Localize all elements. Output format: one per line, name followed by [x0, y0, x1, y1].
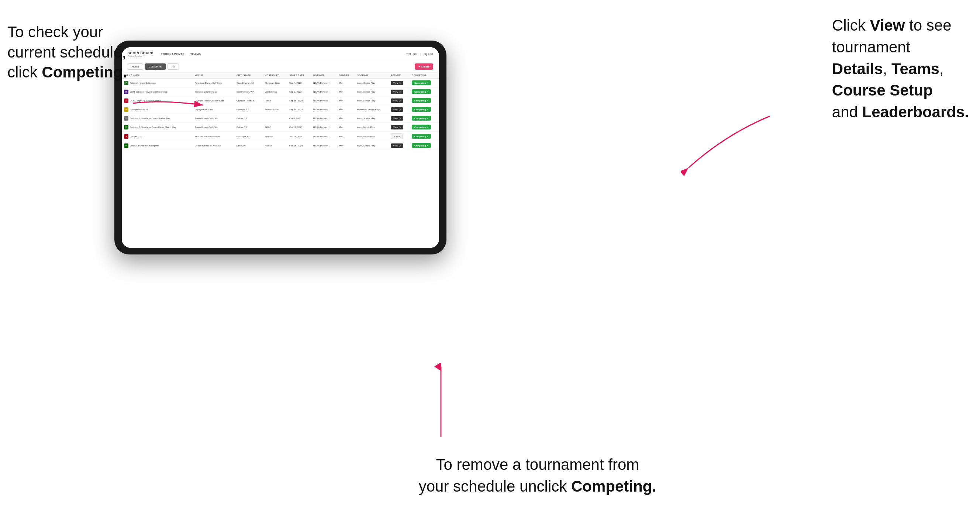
tournaments-table: EVENT NAME VENUE CITY, STATE HOSTED BY S… [122, 72, 439, 150]
hosted-by-cell: Illinois [263, 96, 287, 105]
col-venue: VENUE [192, 72, 234, 79]
event-name-cell: H John A. Burns Intercollegiate [124, 143, 190, 148]
competing-button[interactable]: Competing ✓ [412, 89, 431, 94]
scoring-cell: team, Stroke Play [355, 87, 388, 96]
competing-button[interactable]: Competing ✓ [412, 116, 431, 121]
team-logo: W [124, 90, 129, 94]
city-state-cell: Sammamish, WA [234, 87, 263, 96]
col-event-name: EVENT NAME [122, 72, 192, 79]
view-button[interactable]: View ⓘ [391, 90, 403, 94]
col-hosted-by: HOSTED BY [263, 72, 287, 79]
table-row: H John A. Burns Intercollegiate Ocean Co… [122, 141, 439, 150]
division-cell: NCAA Division I [311, 123, 337, 132]
competing-button[interactable]: Competing ✓ [412, 143, 431, 148]
actions-cell: ✏ Edit [388, 132, 410, 141]
gender-cell: Men [337, 114, 355, 123]
event-name-cell: F Folds of Honor Collegiate [124, 81, 190, 85]
actions-cell: View ⓘ [388, 105, 410, 114]
view-button[interactable]: View ⓘ [391, 107, 403, 112]
competing-cell: Competing ✓ [410, 105, 439, 114]
logo-text: SCOREBOARD [128, 51, 153, 55]
venue-cell: American Dunes Golf Club [192, 79, 234, 87]
scoring-cell: team, Match Play [355, 123, 388, 132]
create-button[interactable]: + Create [415, 63, 433, 70]
start-date-cell: Sep 4, 2023 [287, 79, 311, 87]
col-start-date: START DATE [287, 72, 311, 79]
start-date-cell: Sep 18, 2023 [287, 105, 311, 114]
city-state-cell: Dallas, TX [234, 123, 263, 132]
col-competing: COMPETING [410, 72, 439, 79]
nav-tournaments[interactable]: TOURNAMENTS [161, 51, 185, 57]
event-name: Jackson T. Stephens Cup – Stroke Play [130, 117, 170, 119]
tournaments-table-container: EVENT NAME VENUE CITY, STATE HOSTED BY S… [122, 72, 439, 248]
filter-tabs: Home Competing All [128, 63, 179, 70]
view-button[interactable]: View ⓘ [391, 116, 403, 121]
nav-user: Test User [406, 53, 417, 55]
start-date-cell: Jan 14, 2024 [287, 132, 311, 141]
city-state-cell: Dallas, TX [234, 114, 263, 123]
event-name: Copper Cup [130, 135, 142, 138]
event-name-cell: JS Jackson T. Stephens Cup – Men's Match… [124, 125, 190, 129]
venue-cell: Ak-Chin Southern Dunes [192, 132, 234, 141]
tab-competing[interactable]: Competing [145, 63, 166, 70]
nav-sign-out[interactable]: Sign out [423, 53, 433, 55]
competing-button[interactable]: Competing ✓ [412, 107, 431, 112]
competing-button[interactable]: Competing ✓ [412, 134, 431, 139]
view-button[interactable]: View ⓘ [391, 143, 403, 148]
venue-cell: Ocean Course At Hokuala [192, 141, 234, 150]
table-row: I OFCC Fighting Illini Invitational Olym… [122, 96, 439, 105]
annotation-top-right: Click View to seetournamentDetails, Team… [832, 15, 969, 123]
competing-cell: Competing ✓ [410, 87, 439, 96]
city-state-cell: Lihue, HI [234, 141, 263, 150]
table-row: A Copper Cup Ak-Chin Southern DunesMaric… [122, 132, 439, 141]
actions-cell: View ⓘ [388, 79, 410, 87]
actions-cell: View ⓘ [388, 96, 410, 105]
scoring-cell: individual, Stroke Play [355, 105, 388, 114]
team-logo: I [124, 98, 129, 103]
start-date-cell: Oct 11, 2023 [287, 123, 311, 132]
event-name: 2023 Sahalee Players Championship [130, 90, 167, 93]
scoring-cell: team, Stroke Play [355, 96, 388, 105]
filter-bar: Home Competing All + Create [122, 61, 439, 72]
view-button[interactable]: View ⓘ [391, 98, 403, 103]
team-logo: JS [124, 116, 129, 121]
competing-cell: Competing ✓ [410, 96, 439, 105]
event-name-cell: P Papago Individual [124, 107, 190, 112]
table-row: F Folds of Honor Collegiate American Dun… [122, 79, 439, 87]
venue-cell: Papago Golf Club [192, 105, 234, 114]
view-button[interactable]: View ⓘ [391, 81, 403, 85]
scoring-cell: team, Stroke Play [355, 79, 388, 87]
actions-cell: View ⓘ [388, 123, 410, 132]
table-row: JS Jackson T. Stephens Cup – Men's Match… [122, 123, 439, 132]
event-name: Papago Individual [130, 108, 148, 111]
nav-teams[interactable]: TEAMS [190, 51, 201, 57]
table-row: JS Jackson T. Stephens Cup – Stroke Play… [122, 114, 439, 123]
event-name-cell: I OFCC Fighting Illini Invitational [124, 98, 190, 103]
hosted-by-cell: Michigan State [263, 79, 287, 87]
event-name: Folds of Honor Collegiate [130, 81, 156, 84]
tablet-screen: SCOREBOARD Powered by clippi TOURNAMENTS… [122, 47, 439, 248]
hosted-by-cell: Hawaii [263, 141, 287, 150]
venue-cell: Trinity Forest Golf Club [192, 114, 234, 123]
annotation-bottom: To remove a tournament fromyour schedule… [419, 454, 656, 497]
table-row: P Papago Individual Papago Golf ClubPhoe… [122, 105, 439, 114]
scoreboard-logo: SCOREBOARD Powered by clippi [128, 51, 153, 57]
tab-home[interactable]: Home [128, 63, 143, 70]
gender-cell: Men [337, 132, 355, 141]
start-date-cell: Sep 15, 2023 [287, 96, 311, 105]
competing-button[interactable]: Competing ✓ [412, 125, 431, 129]
gender-cell: Men [337, 96, 355, 105]
team-logo: JS [124, 125, 129, 129]
edit-button[interactable]: ✏ Edit [391, 133, 403, 139]
division-cell: NCAA Division I [311, 132, 337, 141]
division-cell: NCAA Division I [311, 141, 337, 150]
competing-button[interactable]: Competing ✓ [412, 80, 431, 85]
view-button[interactable]: View ⓘ [391, 125, 403, 129]
col-gender: GENDER [337, 72, 355, 79]
division-cell: NCAA Division I [311, 79, 337, 87]
competing-button[interactable]: Competing ✓ [412, 98, 431, 103]
annotation-top-left: To check yourcurrent schedule,click Comp… [7, 22, 127, 83]
division-cell: NCAA Division I [311, 96, 337, 105]
tab-all[interactable]: All [167, 63, 178, 70]
start-date-cell: Oct 9, 2023 [287, 114, 311, 123]
